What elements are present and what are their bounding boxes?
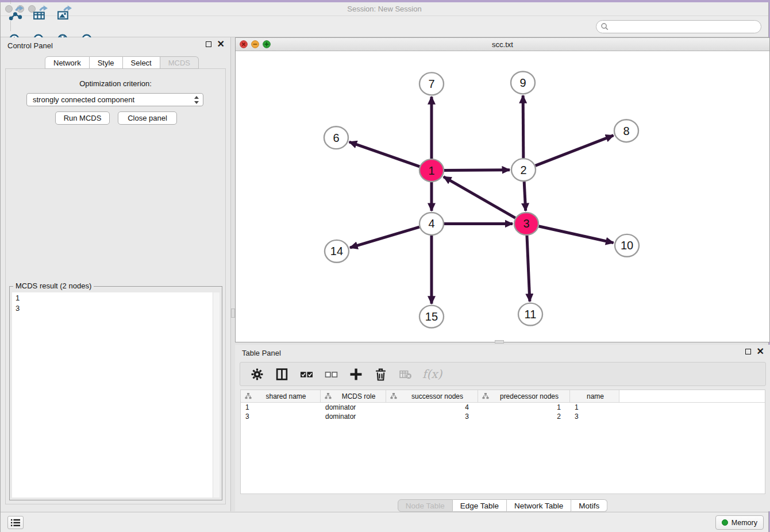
control-panel-title: Control Panel: [7, 41, 53, 50]
export-table-button[interactable]: [29, 4, 50, 21]
toolbar-separator: [10, 0, 11, 3]
graph-edge-3-10[interactable]: [538, 226, 613, 243]
control-panel-tabs: NetworkStyleSelectMCDS: [45, 56, 199, 69]
mcds-tab-content: Optimization criterion: strongly connect…: [5, 68, 226, 504]
add-column-button[interactable]: [348, 367, 363, 381]
function-builder-button[interactable]: f(x): [422, 367, 442, 381]
vertical-splitter-handle[interactable]: [231, 309, 235, 318]
network-window-titlebar[interactable]: scc.txt: [236, 38, 769, 51]
tab-edge-table[interactable]: Edge Table: [453, 499, 507, 512]
close-panel-button[interactable]: Close panel: [118, 111, 177, 125]
graph-node-label: 11: [525, 308, 537, 321]
export-table-icon: [32, 5, 48, 21]
export-image-button[interactable]: [53, 4, 74, 21]
table-row[interactable]: 3dominator323: [241, 412, 765, 421]
export-network-button[interactable]: [5, 4, 26, 21]
add-column-icon: [349, 368, 363, 381]
graph-edge-2-3[interactable]: [524, 182, 526, 211]
delete-column-button[interactable]: [373, 367, 388, 381]
tab-mcds[interactable]: MCDS: [160, 56, 199, 69]
tab-network[interactable]: Network: [45, 56, 90, 69]
graph-node-6[interactable]: 6: [324, 126, 348, 149]
column-hierarchy-icon: [390, 393, 397, 399]
criterion-dropdown[interactable]: strongly connected component: [26, 93, 203, 106]
graph-node-4[interactable]: 4: [419, 213, 444, 235]
memory-status-icon: [722, 519, 728, 526]
task-history-button[interactable]: [7, 516, 24, 529]
table-float-panel-icon[interactable]: [745, 349, 751, 354]
table-settings-icon: [251, 368, 264, 381]
close-panel-icon[interactable]: ✕: [217, 41, 225, 48]
table-cell[interactable]: 3: [570, 412, 619, 421]
table-cell[interactable]: 2: [478, 412, 570, 421]
search-input[interactable]: [611, 22, 761, 32]
select-all-button[interactable]: [299, 367, 314, 381]
table-panel-title: Table Panel: [242, 349, 281, 357]
graph-node-11[interactable]: 11: [518, 303, 542, 326]
graph-edge-2-9[interactable]: [523, 95, 523, 158]
export-network-icon: [8, 5, 24, 21]
search-icon: [600, 22, 609, 31]
table-cell[interactable]: 1: [241, 403, 321, 412]
tab-style[interactable]: Style: [90, 56, 123, 69]
memory-button[interactable]: Memory: [715, 515, 764, 530]
deselect-all-button[interactable]: [324, 367, 338, 381]
graph-node-3[interactable]: 3: [514, 213, 538, 235]
horizontal-splitter-handle[interactable]: [495, 340, 504, 344]
graph-edge-1-6[interactable]: [349, 142, 419, 167]
mcds-result-list[interactable]: 13: [12, 292, 220, 498]
column-header-predecessor-nodes[interactable]: predecessor nodes: [478, 390, 570, 402]
column-toggle-button[interactable]: [274, 367, 289, 381]
graph-node-14[interactable]: 14: [325, 240, 349, 263]
memory-label: Memory: [732, 519, 757, 527]
graph-edge-3-11[interactable]: [527, 236, 530, 302]
delete-column-icon: [374, 368, 387, 381]
tab-node-table[interactable]: Node Table: [398, 499, 453, 512]
graph-node-10[interactable]: 10: [615, 234, 639, 257]
column-header-MCDS-role[interactable]: MCDS role: [321, 390, 386, 402]
column-hierarchy-icon: [245, 393, 252, 399]
result-scrollbar[interactable]: [213, 292, 220, 498]
graph-node-1[interactable]: 1: [419, 159, 444, 182]
graph-node-7[interactable]: 7: [419, 72, 444, 95]
table-cell[interactable]: 1: [570, 403, 619, 412]
graph-node-label: 15: [425, 310, 438, 323]
graph-node-15[interactable]: 15: [419, 306, 444, 328]
search-field[interactable]: [596, 20, 761, 33]
table-cell[interactable]: 4: [386, 403, 478, 412]
tab-network-table[interactable]: Network Table: [507, 499, 571, 512]
graph-edge-4-14[interactable]: [350, 227, 419, 248]
table-settings-button[interactable]: [249, 367, 264, 381]
table-panel: Table Panel ✕ f(x) shared nameMCDS roles…: [235, 345, 770, 511]
tab-select[interactable]: Select: [123, 56, 160, 69]
column-header-shared-name[interactable]: shared name: [241, 390, 321, 402]
table-cell[interactable]: 3: [241, 412, 321, 421]
table-close-panel-icon[interactable]: ✕: [757, 348, 764, 355]
clear-table-button[interactable]: [398, 367, 413, 381]
graph-node-label: 2: [520, 164, 526, 176]
tab-motifs[interactable]: Motifs: [571, 499, 607, 512]
table-cell[interactable]: 1: [478, 403, 570, 412]
column-header-name[interactable]: name: [570, 390, 619, 402]
float-panel-icon[interactable]: [206, 41, 211, 47]
column-hierarchy-icon: [482, 393, 489, 399]
graph-node-8[interactable]: 8: [614, 119, 638, 142]
network-view-window: scc.txt 1234678910111415: [235, 37, 770, 342]
column-hierarchy-icon: [325, 393, 332, 399]
graph-edge-2-8[interactable]: [536, 136, 614, 166]
table-cell[interactable]: dominator: [321, 412, 386, 421]
graph-node-label: 7: [428, 78, 434, 90]
graph-node-2[interactable]: 2: [511, 159, 536, 181]
deselect-all-icon: [325, 368, 338, 381]
task-list-icon: [10, 518, 21, 527]
table-cell[interactable]: 3: [386, 412, 478, 421]
window-titlebar: Session: New Session: [1, 2, 768, 16]
network-canvas[interactable]: 1234678910111415: [236, 51, 769, 342]
graph-node-9[interactable]: 9: [511, 71, 535, 94]
table-row[interactable]: 1dominator411: [241, 403, 765, 412]
run-mcds-button[interactable]: Run MCDS: [55, 111, 110, 125]
column-header-successor-nodes[interactable]: successor nodes: [386, 390, 478, 402]
graph-edge-1-2[interactable]: [444, 170, 510, 171]
table-cell[interactable]: dominator: [321, 403, 386, 412]
graph-edge-3-1[interactable]: [444, 177, 515, 218]
